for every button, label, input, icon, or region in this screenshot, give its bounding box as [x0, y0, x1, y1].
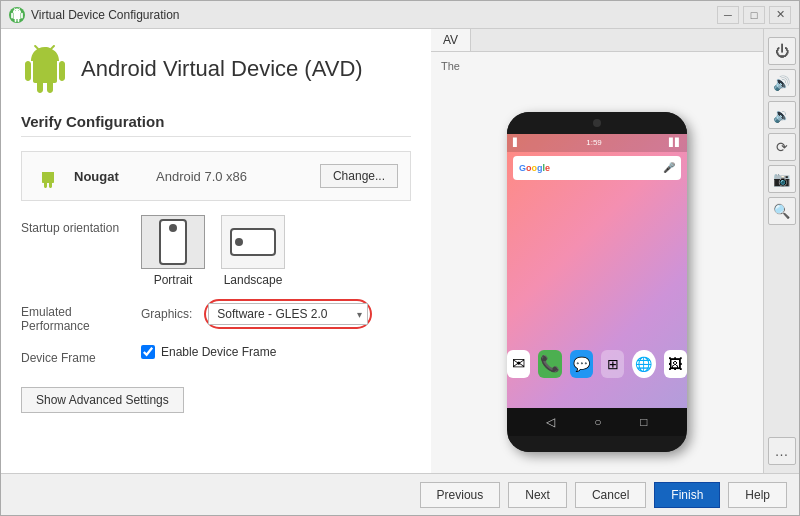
phone-status-bar: ▋ 1:59 ▋▋ — [507, 134, 687, 152]
tab-av[interactable]: AV — [431, 29, 471, 51]
emulated-label-text: EmulatedPerformance — [21, 305, 90, 333]
graphics-select-wrapper: Software - GLES 2.0 Hardware - GLES 2.0 … — [204, 299, 372, 329]
volume-up-toolbar-button[interactable]: 🔊 — [768, 69, 796, 97]
avd-description-text: The — [441, 60, 460, 72]
bottom-bar: Previous Next Cancel Finish Help — [1, 473, 799, 515]
phone-search-bar: Google 🎤 — [513, 156, 681, 180]
portrait-option[interactable]: Portrait — [141, 215, 205, 287]
recents-nav-icon: □ — [640, 415, 647, 429]
minimize-button[interactable]: ─ — [717, 6, 739, 24]
cancel-button[interactable]: Cancel — [575, 482, 646, 508]
right-panel: AV The ▋ 1:59 — [431, 29, 763, 473]
device-frame-content: Enable Device Frame — [141, 345, 411, 359]
screenshot-toolbar-button[interactable]: 📷 — [768, 165, 796, 193]
landscape-option[interactable]: Landscape — [221, 215, 285, 287]
phone-top-bar — [507, 112, 687, 134]
device-name: Nougat — [74, 169, 144, 184]
status-bar-time: 1:59 — [586, 138, 602, 147]
more-toolbar-button[interactable]: … — [768, 437, 796, 465]
device-frame-row: Device Frame Enable Device Frame — [21, 345, 411, 365]
title-bar: Virtual Device Configuration ─ □ ✕ — [1, 1, 799, 29]
volume-up-toolbar-icon: 🔊 — [773, 75, 790, 91]
avd-description: The — [431, 52, 763, 80]
orientation-buttons: Portrait Landscape — [141, 215, 411, 287]
photos-icon: 🖼 — [664, 350, 687, 378]
landscape-icon — [230, 228, 276, 256]
app-icon — [9, 7, 25, 23]
app-header: Android Virtual Device (AVD) — [21, 45, 411, 93]
power-toolbar-icon: ⏻ — [775, 43, 789, 59]
android-logo — [21, 45, 69, 93]
change-button[interactable]: Change... — [320, 164, 398, 188]
google-logo: Google — [519, 163, 550, 173]
zoom-toolbar-button[interactable]: 🔍 — [768, 197, 796, 225]
right-tabs: AV — [431, 29, 763, 52]
apps-icon: ⊞ — [601, 350, 624, 378]
right-toolbar: ⏻ 🔊 🔉 ⟳ 📷 🔍 … — [763, 29, 799, 473]
previous-button[interactable]: Previous — [420, 482, 501, 508]
messages-icon: 💬 — [570, 350, 593, 378]
left-panel: Android Virtual Device (AVD) Verify Conf… — [1, 29, 431, 473]
performance-content: Graphics: Software - GLES 2.0 Hardware -… — [141, 299, 411, 329]
phone-icon: 📞 — [538, 350, 561, 378]
phone-screen: ▋ 1:59 ▋▋ Google 🎤 — [507, 134, 687, 408]
status-bar-left: ▋ — [513, 138, 519, 147]
show-advanced-settings-button[interactable]: Show Advanced Settings — [21, 387, 184, 413]
phone-device: ▋ 1:59 ▋▋ Google 🎤 — [507, 112, 687, 452]
phone-nav-bar: ◁ ○ □ — [507, 408, 687, 436]
screenshot-toolbar-icon: 📷 — [773, 171, 790, 187]
main-content: Android Virtual Device (AVD) Verify Conf… — [1, 29, 799, 473]
zoom-toolbar-icon: 🔍 — [773, 203, 790, 219]
phone-camera — [593, 119, 601, 127]
landscape-label: Landscape — [224, 273, 283, 287]
device-spec: Android 7.0 x86 — [156, 169, 308, 184]
landscape-button[interactable] — [221, 215, 285, 269]
graphics-row: Graphics: Software - GLES 2.0 Hardware -… — [141, 299, 411, 329]
status-bar-right: ▋▋ — [669, 138, 681, 147]
portrait-label: Portrait — [154, 273, 193, 287]
maximize-button[interactable]: □ — [743, 6, 765, 24]
portrait-button[interactable] — [141, 215, 205, 269]
phone-dock: ✉ 📞 💬 ⊞ 🌐 🖼 — [507, 350, 687, 378]
window-controls: ─ □ ✕ — [717, 6, 791, 24]
device-icon — [34, 162, 62, 190]
volume-down-toolbar-icon: 🔉 — [773, 107, 790, 123]
more-toolbar-icon: … — [775, 443, 789, 459]
chrome-icon: 🌐 — [632, 350, 655, 378]
emulated-performance-row: EmulatedPerformance Graphics: Software -… — [21, 299, 411, 333]
device-row: Nougat Android 7.0 x86 Change... — [34, 162, 398, 190]
phone-preview-area: ▋ 1:59 ▋▋ Google 🎤 — [431, 80, 763, 473]
emulated-performance-label: EmulatedPerformance — [21, 299, 141, 333]
back-nav-icon: ◁ — [546, 415, 555, 429]
close-button[interactable]: ✕ — [769, 6, 791, 24]
next-button[interactable]: Next — [508, 482, 567, 508]
phone-bottom — [507, 436, 687, 452]
startup-orientation-row: Startup orientation Portrait — [21, 215, 411, 287]
power-toolbar-button[interactable]: ⏻ — [768, 37, 796, 65]
home-nav-icon: ○ — [594, 415, 601, 429]
orientation-options: Portrait Landscape — [141, 215, 411, 287]
startup-orientation-label: Startup orientation — [21, 215, 141, 235]
app-title: Android Virtual Device (AVD) — [81, 56, 363, 82]
graphics-select[interactable]: Software - GLES 2.0 Hardware - GLES 2.0 … — [208, 303, 368, 325]
mic-icon: 🎤 — [663, 162, 675, 173]
gmail-icon: ✉ — [507, 350, 530, 378]
title-bar-text: Virtual Device Configuration — [31, 8, 717, 22]
rotate-toolbar-icon: ⟳ — [776, 139, 788, 155]
finish-button[interactable]: Finish — [654, 482, 720, 508]
rotate-toolbar-button[interactable]: ⟳ — [768, 133, 796, 161]
main-window: Virtual Device Configuration ─ □ ✕ Andro… — [0, 0, 800, 516]
volume-down-toolbar-button[interactable]: 🔉 — [768, 101, 796, 129]
graphics-label: Graphics: — [141, 307, 192, 321]
config-box: Nougat Android 7.0 x86 Change... — [21, 151, 411, 201]
help-button[interactable]: Help — [728, 482, 787, 508]
device-frame-label: Device Frame — [21, 345, 141, 365]
enable-device-frame-text: Enable Device Frame — [161, 345, 276, 359]
section-title: Verify Configuration — [21, 113, 411, 137]
enable-device-frame-checkbox-label[interactable]: Enable Device Frame — [141, 345, 411, 359]
portrait-icon — [159, 219, 187, 265]
tab-av-label: AV — [443, 33, 458, 47]
enable-device-frame-checkbox[interactable] — [141, 345, 155, 359]
